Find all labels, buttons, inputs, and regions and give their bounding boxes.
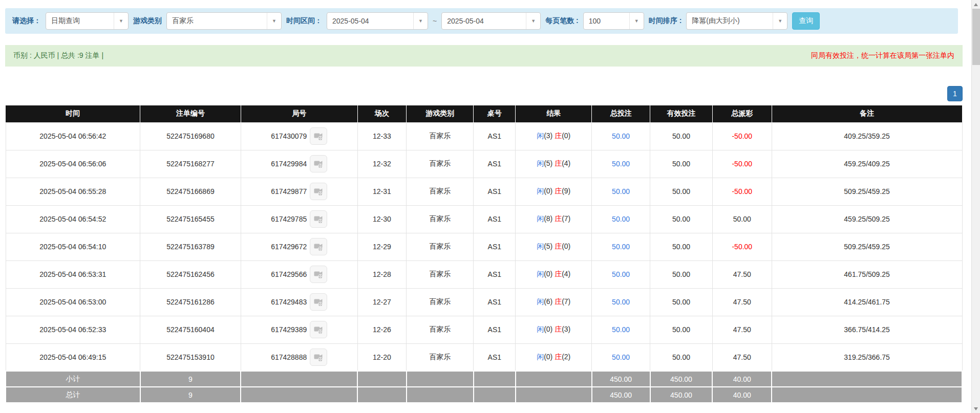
player-result-score: (5) — [544, 242, 552, 250]
total-bet-link[interactable]: 50.00 — [612, 325, 630, 334]
video-replay-button[interactable] — [310, 293, 327, 311]
result-cell: 闲(6) 庄(7) — [516, 288, 592, 316]
date-to-select[interactable]: 2025-05-04 ▼ — [441, 12, 541, 30]
page-size-label: 每页笔数 : — [545, 16, 579, 26]
game-type-value: 百家乐 — [167, 16, 267, 26]
game-type-select[interactable]: 百家乐 ▼ — [166, 12, 282, 30]
player-result-label: 闲 — [537, 159, 544, 167]
column-header-4: 游戏类别 — [407, 105, 474, 122]
total-bet-link[interactable]: 50.00 — [612, 187, 630, 195]
video-replay-button[interactable] — [310, 127, 327, 145]
note-cell: 459.25/409.25 — [772, 150, 962, 178]
table-no-cell: AS1 — [474, 260, 516, 288]
video-camera-icon — [313, 352, 324, 362]
video-replay-button[interactable] — [310, 349, 327, 366]
records-table-wrap: 时间注单编号局号场次游戏类别桌号结果总投注有效投注总派彩备注 2025-05-0… — [5, 105, 963, 403]
column-header-2: 局号 — [241, 105, 357, 122]
session-cell: 12-20 — [357, 343, 407, 371]
arrow-up-icon[interactable] — [972, 0, 980, 9]
note-cell: 509.25/459.25 — [772, 178, 962, 205]
total-bet-link[interactable]: 50.00 — [612, 353, 630, 361]
caret-down-icon: ▼ — [267, 13, 281, 29]
player-result-score: (6) — [544, 297, 552, 306]
note-cell: 414.25/461.75 — [772, 288, 962, 316]
video-replay-button[interactable] — [310, 238, 327, 255]
game-type-cell: 百家乐 — [407, 288, 474, 316]
table-no-cell: AS1 — [474, 205, 516, 233]
table-row: 2025-05-04 06:56:06 522475168277 6174299… — [6, 150, 962, 178]
video-replay-button[interactable] — [310, 155, 327, 172]
game-type-cell: 百家乐 — [407, 233, 474, 260]
session-cell: 12-30 — [357, 205, 407, 233]
summary-bar: 币别 : 人民币 | 总共 :9 注单 | 同局有效投注，统一计算在该局第一张注… — [5, 45, 963, 67]
result-cell: 闲(3) 庄(0) — [516, 122, 592, 150]
video-camera-icon — [313, 324, 324, 335]
search-button[interactable]: 查询 — [792, 12, 820, 30]
total-bet-link[interactable]: 50.00 — [612, 160, 630, 168]
total-bet-link[interactable]: 50.00 — [612, 298, 630, 306]
video-replay-button[interactable] — [310, 266, 327, 283]
player-result-label: 闲 — [537, 187, 544, 195]
table-no-cell: AS1 — [474, 233, 516, 260]
column-header-1: 注单编号 — [140, 105, 241, 122]
caret-down-icon: ▼ — [629, 13, 644, 29]
table-row: 2025-05-04 06:53:00 522475161286 6174294… — [6, 288, 962, 316]
video-replay-button[interactable] — [310, 321, 327, 338]
total-bet-cell: 50.00 — [592, 288, 650, 316]
page-1-button[interactable]: 1 — [947, 86, 963, 101]
time-cell: 2025-05-04 06:54:52 — [6, 205, 140, 233]
video-replay-button[interactable] — [310, 210, 327, 228]
round-id-cell: 617430079 — [241, 122, 357, 150]
time-cell: 2025-05-04 06:55:28 — [6, 178, 140, 205]
session-cell: 12-29 — [357, 233, 407, 260]
total-bet-link[interactable]: 50.00 — [612, 215, 630, 223]
column-header-7: 总投注 — [592, 105, 650, 122]
player-result-label: 闲 — [537, 242, 544, 250]
video-replay-button[interactable] — [310, 183, 327, 200]
total-bet-link[interactable]: 50.00 — [612, 243, 630, 251]
page-size-select[interactable]: 100 ▼ — [583, 12, 644, 30]
payout-cell: 47.50 — [712, 288, 772, 316]
records-table: 时间注单编号局号场次游戏类别桌号结果总投注有效投注总派彩备注 2025-05-0… — [5, 105, 963, 403]
result-cell: 闲(0) 庄(3) — [516, 316, 592, 343]
vertical-scrollbar[interactable] — [971, 0, 980, 413]
bet-id-cell: 522475166869 — [140, 178, 241, 205]
time-cell: 2025-05-04 06:56:42 — [6, 122, 140, 150]
scrollbar-thumb[interactable] — [972, 9, 980, 65]
time-cell: 2025-05-04 06:54:10 — [6, 233, 140, 260]
round-id-value: 617429566 — [271, 270, 307, 278]
query-type-select[interactable]: 日期查询 ▼ — [46, 12, 129, 30]
column-header-8: 有效投注 — [650, 105, 713, 122]
note-cell: 319.25/366.75 — [772, 343, 962, 371]
subtotal-total-bet: 450.00 — [592, 371, 650, 387]
player-result-label: 闲 — [537, 132, 544, 140]
caret-down-icon: ▼ — [526, 13, 540, 29]
payout-cell: -50.00 — [712, 122, 772, 150]
video-camera-icon — [313, 242, 324, 252]
total-bet-link[interactable]: 50.00 — [612, 270, 630, 278]
time-sort-value: 降冪(由大到小) — [687, 16, 773, 26]
banker-result-score: (0) — [562, 242, 570, 250]
column-header-0: 时间 — [6, 105, 140, 122]
player-result-score: (3) — [544, 132, 552, 140]
round-id-value: 617429672 — [271, 243, 307, 251]
table-row: 2025-05-04 06:49:15 522475153910 6174288… — [6, 343, 962, 371]
payout-cell: -50.00 — [712, 150, 772, 178]
round-id-value: 617429389 — [271, 325, 307, 334]
time-cell: 2025-05-04 06:52:33 — [6, 316, 140, 343]
video-camera-icon — [313, 159, 324, 169]
bet-id-cell: 522475160404 — [140, 316, 241, 343]
banker-result-label: 庄 — [555, 353, 562, 361]
note-cell: 509.25/459.25 — [772, 233, 962, 260]
betting-records-page: 请选择： 日期查询 ▼ 游戏类别 百家乐 ▼ 时间区间： 2025-05-04 … — [0, 8, 971, 406]
player-result-score: (8) — [544, 214, 552, 223]
table-row: 2025-05-04 06:54:52 522475165455 6174297… — [6, 205, 962, 233]
game-type-cell: 百家乐 — [407, 122, 474, 150]
round-id-value: 617429785 — [271, 215, 307, 223]
result-cell: 闲(0) 庄(9) — [516, 178, 592, 205]
time-sort-select[interactable]: 降冪(由大到小) ▼ — [686, 12, 787, 30]
date-from-select[interactable]: 2025-05-04 ▼ — [327, 12, 428, 30]
arrow-down-icon[interactable] — [972, 404, 980, 413]
payout-cell: 47.50 — [712, 343, 772, 371]
total-bet-link[interactable]: 50.00 — [612, 132, 630, 140]
